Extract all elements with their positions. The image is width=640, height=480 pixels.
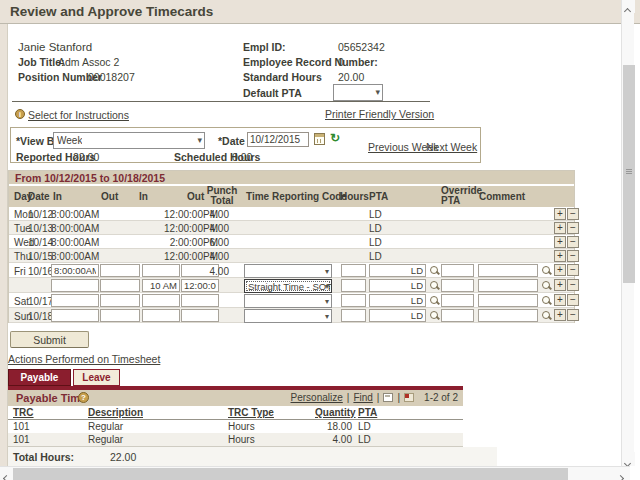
info-icon[interactable]: i [15, 109, 25, 119]
horizontal-scroll-thumb[interactable] [13, 468, 568, 480]
delete-row-button[interactable]: − [567, 236, 579, 248]
comment-lookup-icon[interactable] [541, 265, 552, 276]
out-time-input[interactable] [100, 264, 140, 277]
vertical-scroll-thumb[interactable] [623, 65, 635, 283]
scroll-right-button[interactable] [615, 467, 629, 480]
view-all-icon[interactable] [383, 393, 393, 402]
scheduled-hours-value: 0.00 [232, 151, 252, 163]
add-row-button[interactable]: + [554, 236, 566, 248]
filter-box: *View By Week ▾ *Date ↻ Previous Week Ne… [10, 127, 481, 163]
pt-col-trc[interactable]: TRC [13, 407, 34, 418]
tab-payable-time[interactable]: Payable Time [8, 369, 71, 386]
horizontal-scrollbar[interactable] [0, 466, 630, 480]
in-time-input[interactable] [51, 264, 99, 277]
scroll-up-button[interactable] [622, 0, 635, 13]
add-row-button[interactable]: + [554, 309, 566, 321]
pta-lookup-icon[interactable] [429, 280, 440, 291]
select-for-instructions-link[interactable]: Select for Instructions [28, 109, 129, 121]
out-time-input[interactable] [181, 279, 219, 292]
out-time-input[interactable] [100, 309, 140, 322]
comment-input[interactable] [478, 309, 538, 322]
in-time-input[interactable] [142, 309, 180, 322]
override-pta-input[interactable] [441, 294, 474, 307]
override-pta-input[interactable] [441, 309, 474, 322]
tab-leave-time[interactable]: Leave Time [73, 369, 120, 386]
out-time-input[interactable] [181, 309, 219, 322]
out-time-input[interactable] [100, 279, 140, 292]
out-time-input[interactable] [100, 294, 140, 307]
comment-lookup-icon[interactable] [541, 295, 552, 306]
calendar-icon[interactable] [314, 133, 325, 145]
default-pta-select[interactable]: ▾ [333, 84, 383, 101]
hours-input[interactable] [341, 264, 366, 277]
pta-input[interactable] [369, 279, 426, 292]
trc-type-cell: Hours [228, 421, 255, 432]
add-row-button[interactable]: + [554, 222, 566, 234]
delete-row-button[interactable]: − [567, 294, 579, 306]
day-cell: Sat [14, 296, 29, 307]
add-row-button[interactable]: + [554, 208, 566, 220]
date-input[interactable] [247, 132, 309, 147]
actions-performed-link[interactable]: Actions Performed on Timesheet [8, 353, 160, 365]
vertical-scrollbar[interactable] [621, 0, 634, 466]
in-time-input[interactable] [51, 309, 99, 322]
override-pta-input[interactable] [441, 279, 474, 292]
pta-input[interactable] [369, 264, 426, 277]
pt-col-trc-type[interactable]: TRC Type [228, 407, 274, 418]
add-row-button[interactable]: + [554, 250, 566, 262]
trc-select[interactable]: ▾ [244, 294, 332, 308]
add-row-button[interactable]: + [554, 294, 566, 306]
scroll-down-button[interactable] [622, 452, 635, 466]
hours-input[interactable] [341, 294, 366, 307]
pta-lookup-icon[interactable] [429, 265, 440, 276]
pt-col-pta[interactable]: PTA [358, 407, 377, 418]
timecard-page: Review and Approve Timecards Janie Stanf… [0, 0, 640, 480]
scroll-left-button[interactable] [0, 467, 13, 480]
in-time-input[interactable] [51, 294, 99, 307]
delete-row-button[interactable]: − [567, 250, 579, 262]
personalize-link[interactable]: Personalize [291, 392, 343, 403]
pt-col-description[interactable]: Description [88, 407, 143, 418]
out-time-input[interactable] [181, 294, 219, 307]
trc-select[interactable]: Straight Time - SOT▾ [244, 279, 332, 293]
pta-input[interactable] [369, 309, 426, 322]
add-row-button[interactable]: + [554, 264, 566, 276]
pta-lookup-icon[interactable] [429, 310, 440, 321]
pta-value: LD [369, 237, 382, 248]
col-out2: Out [187, 192, 204, 202]
employee-name: Janie Stanford [18, 41, 92, 53]
pta-input[interactable] [369, 294, 426, 307]
delete-row-button[interactable]: − [567, 208, 579, 220]
hours-input[interactable] [341, 279, 366, 292]
pta-lookup-icon[interactable] [429, 295, 440, 306]
comment-input[interactable] [478, 279, 538, 292]
download-icon[interactable] [404, 393, 414, 402]
delete-row-button[interactable]: − [567, 264, 579, 276]
in-time-input[interactable] [142, 279, 180, 292]
delete-row-button[interactable]: − [567, 309, 579, 321]
trc-select[interactable]: ▾ [244, 309, 332, 323]
in-time-input[interactable] [142, 264, 180, 277]
hours-input[interactable] [341, 309, 366, 322]
table-row: 101RegularHours4.00LD [8, 433, 463, 446]
comment-lookup-icon[interactable] [541, 310, 552, 321]
pt-col-quantity[interactable]: Quantity [315, 407, 355, 418]
find-link[interactable]: Find [353, 392, 372, 403]
delete-row-button[interactable]: − [567, 279, 579, 291]
pta-value: LD [369, 223, 382, 234]
next-week-link[interactable]: Next Week [426, 141, 477, 153]
refresh-icon[interactable]: ↻ [330, 132, 340, 144]
printer-friendly-link[interactable]: Printer Friendly Version [325, 108, 434, 120]
comment-input[interactable] [478, 294, 538, 307]
comment-lookup-icon[interactable] [541, 280, 552, 291]
help-icon[interactable]: ? [78, 392, 89, 403]
view-by-select[interactable]: Week ▾ [53, 132, 205, 149]
submit-button[interactable]: Submit [10, 331, 89, 348]
delete-row-button[interactable]: − [567, 222, 579, 234]
comment-input[interactable] [478, 264, 538, 277]
override-pta-input[interactable] [441, 264, 474, 277]
in-time-input[interactable] [142, 294, 180, 307]
in-time-input[interactable] [51, 279, 99, 292]
add-row-button[interactable]: + [554, 279, 566, 291]
trc-select[interactable]: ▾ [244, 264, 332, 278]
